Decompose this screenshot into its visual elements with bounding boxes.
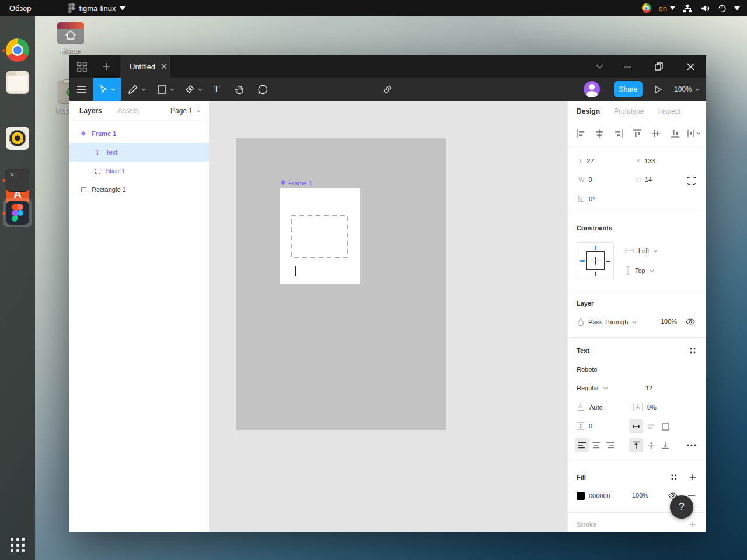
auto-height-button[interactable] xyxy=(644,419,658,433)
canvas-frame-label[interactable]: ❖ Frame 1 xyxy=(280,179,312,187)
align-right-icon[interactable] xyxy=(612,127,626,141)
layer-row-frame-1[interactable]: ❖ Frame 1 xyxy=(69,124,209,143)
chrome-status-icon[interactable] xyxy=(642,4,651,13)
text-more-options-icon[interactable] xyxy=(685,438,699,452)
align-v-center-icon[interactable] xyxy=(649,127,663,141)
rotation-field[interactable]: 0° xyxy=(577,195,595,202)
add-fill-icon[interactable] xyxy=(686,470,700,484)
constraints-widget[interactable] xyxy=(577,242,614,279)
dock-item-files[interactable] xyxy=(6,71,29,94)
canvas-rectangle-1[interactable] xyxy=(236,138,446,430)
constraint-left-tick[interactable] xyxy=(580,260,585,262)
power-icon[interactable] xyxy=(718,4,727,13)
activities-button[interactable]: Обзор xyxy=(0,0,41,16)
vertical-constraint-select[interactable]: Top xyxy=(625,266,654,275)
canvas[interactable]: ❖ Frame 1 xyxy=(210,101,567,532)
language-indicator[interactable]: en xyxy=(659,4,675,13)
restore-button[interactable] xyxy=(648,55,670,78)
fill-opacity-field[interactable]: 100% xyxy=(632,492,648,499)
dock-item-figma[interactable] xyxy=(6,201,29,225)
window-menu-caret[interactable] xyxy=(588,55,610,78)
zoom-menu[interactable]: 100% xyxy=(674,78,700,101)
page-selector[interactable]: Page 1 xyxy=(170,107,201,115)
show-applications-button[interactable] xyxy=(11,538,25,552)
distribute-menu-icon[interactable] xyxy=(687,127,701,141)
dock-item-chrome[interactable] xyxy=(6,38,29,62)
pencil-tool[interactable] xyxy=(124,78,149,101)
fill-styles-icon[interactable] xyxy=(667,470,681,484)
tab-untitled[interactable]: Untitled xyxy=(120,55,170,78)
blend-mode-select[interactable]: Pass Through xyxy=(577,318,637,326)
align-bottom-icon[interactable] xyxy=(668,127,682,141)
share-button[interactable]: Share xyxy=(614,81,643,97)
tab-layers[interactable]: Layers xyxy=(79,107,102,115)
system-menu-caret-icon[interactable] xyxy=(734,6,740,10)
constraint-top-tick[interactable] xyxy=(595,246,596,250)
copy-link-icon[interactable] xyxy=(379,78,396,101)
minimize-button[interactable] xyxy=(616,55,638,78)
horizontal-constraint-select[interactable]: Left xyxy=(625,247,658,254)
add-stroke-icon[interactable] xyxy=(686,517,700,531)
text-valign-bottom-button[interactable] xyxy=(658,438,672,452)
x-position-field[interactable]: X 27 xyxy=(578,158,594,164)
y-position-field[interactable]: Y 133 xyxy=(636,158,655,164)
tabs-overview-button[interactable] xyxy=(71,55,93,78)
align-left-icon[interactable] xyxy=(574,127,588,141)
pen-tool[interactable] xyxy=(181,78,206,101)
align-top-icon[interactable] xyxy=(630,127,644,141)
text-valign-top-button[interactable] xyxy=(629,438,643,452)
x-value: 27 xyxy=(587,158,594,164)
constraint-bottom-tick[interactable] xyxy=(595,272,596,276)
font-family-select[interactable]: Roboto xyxy=(577,366,597,373)
main-menu-button[interactable] xyxy=(74,78,90,101)
tab-close-icon[interactable] xyxy=(161,64,167,69)
font-weight-select[interactable]: Regular xyxy=(577,384,608,391)
text-tool[interactable]: T xyxy=(208,78,225,101)
network-icon[interactable] xyxy=(683,4,693,13)
shape-tool[interactable] xyxy=(153,78,178,101)
tab-prototype[interactable]: Prototype xyxy=(614,107,644,116)
desktop-icon-home[interactable]: Home xyxy=(50,22,91,55)
move-tool[interactable] xyxy=(93,78,121,101)
text-valign-middle-button[interactable] xyxy=(644,438,658,452)
tab-design[interactable]: Design xyxy=(577,107,600,116)
text-align-left-button[interactable] xyxy=(575,438,589,452)
dock-item-rhythmbox[interactable] xyxy=(6,127,29,150)
fill-color-swatch[interactable] xyxy=(577,492,585,500)
dock-item-terminal[interactable]: >_ xyxy=(6,169,29,192)
constrain-proportions-icon[interactable] xyxy=(685,174,699,188)
auto-width-button[interactable] xyxy=(629,419,643,433)
new-tab-button[interactable] xyxy=(95,55,117,78)
align-h-center-icon[interactable] xyxy=(592,127,606,141)
layer-opacity-field[interactable]: 100% xyxy=(661,318,677,325)
help-button[interactable]: ? xyxy=(670,495,693,519)
width-field[interactable]: W 0 xyxy=(578,176,592,183)
tab-assets[interactable]: Assets xyxy=(118,107,139,115)
text-align-right-button[interactable] xyxy=(603,438,617,452)
text-cursor xyxy=(295,266,296,276)
active-app-menu[interactable]: figma-linux xyxy=(63,0,131,16)
paragraph-spacing-field[interactable]: 0 xyxy=(577,422,592,430)
font-size-field[interactable]: 12 xyxy=(645,384,652,391)
present-button[interactable] xyxy=(651,78,666,101)
canvas-frame-1[interactable] xyxy=(280,188,360,284)
fixed-size-button[interactable] xyxy=(658,419,672,433)
text-styles-icon[interactable] xyxy=(686,344,700,358)
hand-tool[interactable] xyxy=(231,78,247,101)
close-button[interactable] xyxy=(679,55,701,78)
layer-row-slice-1[interactable]: Slice 1 xyxy=(69,162,209,180)
volume-icon[interactable] xyxy=(700,4,710,13)
tab-inspect[interactable]: Inspect xyxy=(658,107,680,116)
user-avatar[interactable] xyxy=(584,81,600,97)
height-field[interactable]: H 14 xyxy=(636,176,652,183)
layer-visibility-eye-icon[interactable] xyxy=(683,314,697,328)
text-align-center-button[interactable] xyxy=(589,438,603,452)
fill-color-row[interactable]: 000000 xyxy=(577,492,610,500)
comment-tool[interactable] xyxy=(254,78,271,101)
letter-spacing-field[interactable]: A 0% xyxy=(633,403,657,411)
layer-row-text[interactable]: T Text xyxy=(69,143,209,162)
canvas-slice-1[interactable] xyxy=(291,215,348,258)
constraint-right-tick[interactable] xyxy=(606,261,610,262)
layer-row-rectangle-1[interactable]: Rectangle 1 xyxy=(69,180,209,199)
line-height-field[interactable]: A Auto xyxy=(577,403,603,411)
